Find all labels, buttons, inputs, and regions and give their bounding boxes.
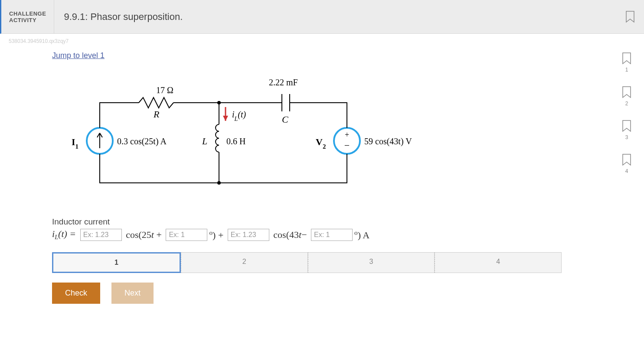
capacitor-label: C: [282, 114, 288, 125]
progress-step-1[interactable]: 1: [52, 252, 181, 273]
svg-point-1: [217, 181, 221, 185]
inductor-current-symbol: iL(t): [232, 110, 246, 122]
resistor-value: 17 Ω: [156, 85, 173, 95]
svg-text:−: −: [344, 140, 350, 151]
progress-step-4[interactable]: 4: [435, 252, 562, 273]
source1-label: I1: [72, 136, 78, 150]
capacitor-value: 2.22 mF: [269, 78, 298, 87]
progress-step-2[interactable]: 2: [181, 252, 308, 273]
bookmark-icon: [621, 120, 632, 133]
bookmark-icon: [625, 10, 635, 23]
activity-type-badge: CHALLENGE ACTIVITY: [1, 0, 54, 33]
cos2-prefix: cos(43t−: [271, 229, 309, 240]
side-bookmark-label: 1: [625, 67, 628, 73]
source1-value: 0.3 cos(25t) A: [117, 136, 167, 146]
side-bookmark-3[interactable]: 3: [621, 120, 632, 140]
source2-label: V2: [316, 136, 326, 150]
side-bookmark-rail: 1 2 3 4: [621, 52, 632, 174]
side-bookmark-2[interactable]: 2: [621, 86, 632, 107]
lhs-symbol: iL(t) =: [52, 228, 78, 241]
next-button[interactable]: Next: [111, 283, 154, 304]
question-label: Inductor current: [52, 217, 592, 227]
activity-title: 9.9.1: Phasor superposition.: [54, 0, 192, 33]
badge-line-1: CHALLENGE: [9, 10, 46, 17]
svg-point-0: [217, 101, 221, 104]
jump-to-level-link[interactable]: Jump to level 1: [52, 51, 105, 60]
phase-2-input[interactable]: [311, 229, 353, 241]
svg-text:+: +: [345, 130, 349, 139]
badge-line-2: ACTIVITY: [9, 17, 46, 23]
side-bookmark-4[interactable]: 4: [621, 153, 632, 174]
side-bookmark-label: 2: [625, 101, 628, 107]
tail-text: o) A: [354, 229, 369, 241]
amplitude-2-input[interactable]: [228, 229, 269, 241]
bookmark-toggle[interactable]: [625, 0, 635, 33]
bookmark-icon: [621, 52, 632, 65]
source2-value: 59 cos(43t) V: [364, 136, 412, 146]
activity-header: CHALLENGE ACTIVITY 9.9.1: Phasor superpo…: [0, 0, 644, 34]
circuit-diagram: + − 17 Ω R iL(t) 2.22 mF C I1 0.3 cos(25…: [52, 72, 592, 204]
resistor-label: R: [153, 109, 160, 120]
progress-step-3[interactable]: 3: [308, 252, 435, 273]
answer-equation: iL(t) = cos(25t + o) + cos(43t− o) A: [52, 228, 592, 241]
side-bookmark-label: 3: [625, 134, 628, 140]
mid-text: o) +: [209, 229, 226, 241]
side-bookmark-1[interactable]: 1: [621, 52, 632, 73]
tracking-id: 538034.3945910.qx3zqy7: [0, 34, 644, 49]
bookmark-icon: [621, 153, 632, 166]
side-bookmark-label: 4: [625, 168, 628, 174]
inductor-value: 0.6 H: [226, 136, 245, 146]
bookmark-icon: [621, 86, 632, 99]
phase-1-input[interactable]: [166, 229, 207, 241]
inductor-label: L: [202, 136, 207, 146]
amplitude-1-input[interactable]: [80, 229, 122, 241]
cos1-prefix: cos(25t +: [124, 229, 164, 240]
level-progress: 1 2 3 4: [52, 252, 562, 273]
check-button[interactable]: Check: [52, 283, 100, 304]
